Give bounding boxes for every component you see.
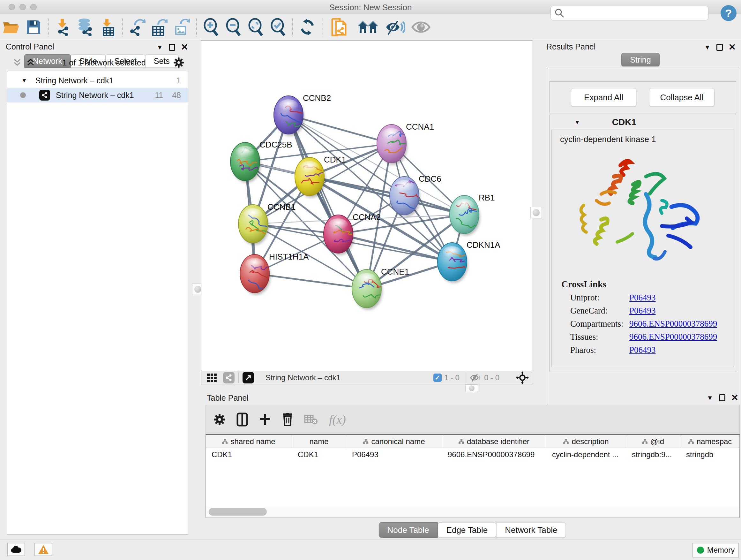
import-table-button[interactable] [96, 17, 119, 37]
collapse-all-button[interactable]: Collapse All [649, 88, 715, 107]
hidden-counts: 0 - 0 [484, 373, 499, 382]
open-external-button[interactable] [243, 372, 254, 383]
tab-node-table[interactable]: Node Table [379, 522, 438, 538]
table-hscrollbar[interactable] [206, 507, 739, 516]
cloud-icon [10, 546, 22, 553]
network-node-CDK1[interactable]: CDK1 [295, 155, 346, 198]
network-node-CDC25B[interactable]: CDC25B [230, 140, 292, 183]
import-network-database-button[interactable] [74, 17, 96, 37]
network-canvas[interactable]: CCNB2CCNA1CDC25BCDK1CDC6RB1CCNB1CCNA2CDK… [201, 40, 532, 371]
zoom-selected-button[interactable] [267, 17, 289, 37]
control-panel-menu-icon[interactable]: ▼ [157, 44, 163, 51]
clone-network-button[interactable] [328, 17, 350, 37]
grid-view-icon[interactable] [206, 372, 217, 383]
network-node-CDC6[interactable]: CDC6 [390, 174, 441, 217]
column-header-@id[interactable]: @id [626, 435, 680, 448]
expand-all-button[interactable]: Expand All [571, 88, 636, 107]
selected-checkbox-icon[interactable]: ✓ [433, 374, 442, 382]
table-cell[interactable]: stringdb:9... [626, 448, 680, 461]
column-header-database-identifier[interactable]: database identifier [442, 435, 546, 448]
open-folder-icon [2, 19, 20, 35]
splitter-handle[interactable] [530, 207, 542, 219]
table-panel-float-icon[interactable] [719, 394, 725, 401]
table-cell[interactable]: CDK1 [206, 448, 292, 461]
gear-icon[interactable] [213, 414, 226, 426]
results-panel-close-icon[interactable]: ✕ [729, 43, 736, 52]
zoom-fit-button[interactable] [245, 17, 267, 37]
column-header-description[interactable]: description [546, 435, 626, 448]
show-columns-icon[interactable] [237, 413, 248, 427]
crosslink-link[interactable]: P06493 [629, 345, 656, 355]
string-home-button[interactable] [357, 17, 379, 37]
control-panel-float-icon[interactable] [169, 44, 175, 51]
network-node-CCNB1[interactable]: CCNB1 [239, 202, 295, 245]
scrollbar-thumb[interactable] [209, 508, 267, 516]
gear-icon[interactable] [173, 57, 184, 68]
apply-layout-button[interactable] [296, 17, 319, 37]
hidden-eye-icon[interactable] [470, 373, 482, 382]
zoom-out-button[interactable] [222, 17, 245, 37]
export-image-button[interactable] [171, 17, 193, 37]
network-edge-CCNB2-CCNE1[interactable] [288, 115, 367, 289]
column-header-canonical-name[interactable]: canonical name [346, 435, 442, 448]
crosslink-link[interactable]: P06493 [629, 293, 656, 303]
network-node-HIST1H1A[interactable]: HIST1H1A [240, 252, 309, 295]
warning-button[interactable] [35, 543, 52, 556]
show-all-button[interactable] [410, 17, 432, 37]
node-label-CCNB1: CCNB1 [267, 202, 295, 212]
column-header-namespac[interactable]: namespac [680, 435, 740, 448]
eye-icon [411, 20, 431, 34]
table-cell[interactable]: P06493 [346, 448, 442, 461]
export-network-button[interactable] [126, 17, 148, 37]
network-node-CCNE1[interactable]: CCNE1 [352, 267, 409, 310]
network-node-CCNA1[interactable]: CCNA1 [377, 122, 434, 165]
network-node-CDKN1A[interactable]: CDKN1A [437, 240, 500, 283]
network-edge-HIST1H1A-CCNE1[interactable] [255, 273, 367, 289]
tab-network-table[interactable]: Network Table [496, 522, 566, 538]
column-header-name[interactable]: name [292, 435, 346, 448]
search-input[interactable] [564, 7, 708, 19]
column-header-shared-name[interactable]: shared name [206, 435, 292, 448]
network-row[interactable]: String Network – cdk1 11 48 [7, 88, 188, 103]
expand-all-icon[interactable] [26, 58, 35, 67]
zoom-in-button[interactable] [200, 17, 222, 37]
table-panel-menu-icon[interactable]: ▼ [707, 394, 713, 401]
export-table-button[interactable] [148, 17, 171, 37]
table-panel-close-icon[interactable]: ✕ [731, 393, 738, 402]
crosslink-link[interactable]: P06493 [629, 306, 656, 316]
open-session-button[interactable] [0, 17, 22, 37]
table-cell[interactable]: 9606.ENSP00000378699 [442, 448, 546, 461]
hide-selected-button[interactable] [384, 17, 407, 37]
vertical-splitter[interactable] [191, 42, 201, 384]
crosslink-link[interactable]: 9606.ENSP00000378699 [629, 332, 717, 342]
protein-expander-icon[interactable]: ▼ [575, 119, 580, 126]
splitter-handle[interactable] [465, 384, 478, 392]
import-network-file-button[interactable] [52, 17, 74, 37]
network-node-CCNA2[interactable]: CCNA2 [324, 212, 381, 255]
table-cell[interactable]: CDK1 [292, 448, 346, 461]
tab-edge-table[interactable]: Edge Table [438, 522, 496, 538]
results-panel-menu-icon[interactable]: ▼ [704, 44, 711, 51]
tree-expander-icon[interactable]: ▼ [21, 77, 27, 84]
table-row[interactable]: CDK1CDK1P064939606.ENSP00000378699cyclin… [206, 448, 739, 461]
memory-button[interactable]: Memory [692, 543, 739, 557]
cloud-button[interactable] [7, 543, 25, 556]
table-cell[interactable]: stringdb [680, 448, 740, 461]
control-panel-close-icon[interactable]: ✕ [181, 43, 188, 52]
import-network-icon [54, 18, 71, 36]
node-label-CCNB2: CCNB2 [303, 93, 331, 103]
network-node-CCNB2[interactable]: CCNB2 [274, 93, 331, 136]
collapse-all-icon[interactable] [13, 58, 21, 67]
crosslink-link[interactable]: 9606.ENSP00000378699 [629, 319, 717, 329]
network-collection-row[interactable]: ▼ String Network – cdk1 1 [7, 73, 188, 88]
network-share-badge[interactable] [223, 372, 234, 383]
table-cell[interactable]: cyclin-dependent ... [546, 448, 626, 461]
help-button[interactable]: ? [721, 5, 737, 21]
network-node-RB1[interactable]: RB1 [450, 193, 495, 236]
add-column-icon[interactable] [259, 414, 271, 426]
crosshair-icon[interactable] [516, 371, 529, 384]
tab-string[interactable]: String [621, 53, 659, 66]
results-panel-float-icon[interactable] [717, 44, 723, 51]
delete-column-icon[interactable] [282, 413, 293, 426]
save-session-button[interactable] [22, 17, 45, 37]
